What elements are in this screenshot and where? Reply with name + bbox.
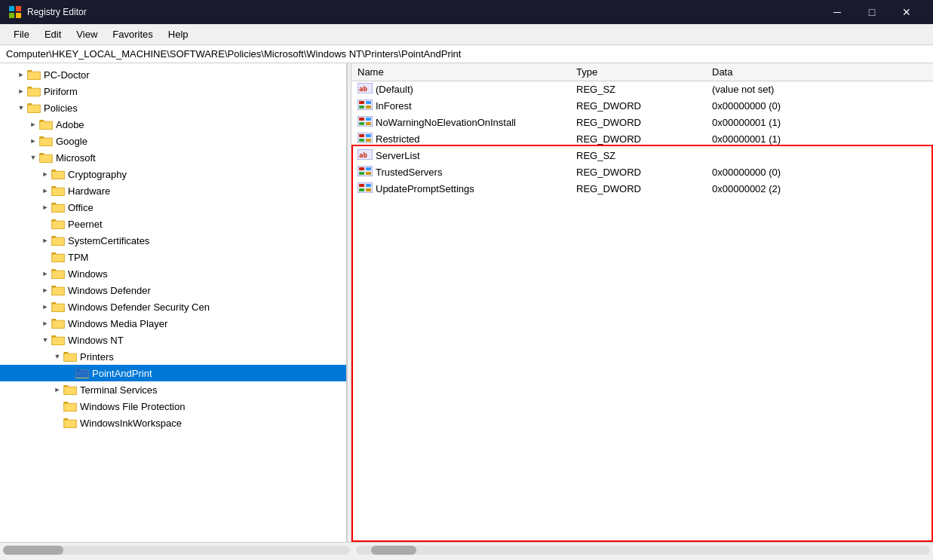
svg-rect-54	[52, 338, 64, 345]
folder-icon-hardware	[51, 185, 65, 196]
reg-name: ab (Default)	[351, 81, 570, 98]
window-title: Registry Editor	[27, 7, 87, 17]
table-row[interactable]: TrustedServersREG_DWORD0x00000000 (0)	[351, 164, 933, 181]
reg-type: REG_DWORD	[570, 131, 706, 148]
maximize-button[interactable]: □	[855, 0, 889, 24]
tree-item-cryptography[interactable]: ► Cryptography	[0, 166, 346, 182]
tree-label-terminal-services: Terminal Services	[80, 384, 158, 396]
tree-item-microsoft[interactable]: ▼ Microsoft	[0, 149, 346, 166]
tree-item-google[interactable]: ► Google	[0, 133, 346, 149]
expand-btn-windows-defender[interactable]: ►	[39, 284, 51, 296]
tree-item-terminal-services[interactable]: ► Terminal Services	[0, 381, 346, 398]
tree-item-windows-defender[interactable]: ► Windows Defender	[0, 282, 346, 298]
table-row[interactable]: InForestREG_DWORD0x00000000 (0)	[351, 98, 933, 115]
expand-btn-printers[interactable]: ▼	[51, 350, 63, 363]
tree-label-windows-nt: Windows NT	[68, 335, 124, 346]
folder-icon-windows-nt	[51, 335, 65, 345]
tree-label-pc-doctor: PC-Doctor	[44, 69, 90, 81]
tree-item-tpm[interactable]: TPM	[0, 249, 346, 265]
table-row[interactable]: NoWarningNoElevationOnInstallREG_DWORD0x…	[351, 115, 933, 131]
tree-item-windows-defender-security-cen[interactable]: ► Windows Defender Security Cen	[0, 298, 346, 315]
expand-btn-google[interactable]: ►	[27, 135, 39, 147]
close-button[interactable]: ✕	[889, 0, 924, 24]
tree-item-windowsinkworkspace[interactable]: WindowsInkWorkspace	[0, 415, 346, 431]
tree-item-hardware[interactable]: ► Hardware	[0, 182, 346, 199]
menu-favorites[interactable]: Favorites	[105, 26, 160, 43]
tree-item-systemcertificates[interactable]: ► SystemCertificates	[0, 232, 346, 249]
svg-rect-79	[366, 101, 371, 104]
reg-data: 0x00000000 (0)	[706, 164, 933, 181]
tree-label-windowsinkworkspace: WindowsInkWorkspace	[80, 418, 182, 429]
expand-btn-terminal-services[interactable]: ►	[51, 384, 63, 396]
tree-item-pointandprint[interactable]: PointAndPrint	[0, 365, 346, 381]
tree-item-policies[interactable]: ▼ Policies	[0, 99, 346, 116]
reg-type: REG_SZ	[570, 148, 706, 164]
table-row[interactable]: UpdatePromptSettingsREG_DWORD0x00000002 …	[351, 181, 933, 197]
expand-btn-windows-nt[interactable]: ▼	[39, 334, 51, 346]
tree-label-pointandprint: PointAndPrint	[92, 368, 152, 379]
menu-help[interactable]: Help	[161, 26, 196, 43]
reg-name: TrustedServers	[351, 164, 570, 181]
svg-rect-45	[52, 288, 64, 295]
expand-btn-pc-doctor[interactable]: ►	[15, 69, 27, 81]
bottom-scrollbar[interactable]	[0, 542, 933, 557]
reg-type: REG_DWORD	[570, 98, 706, 115]
reg-name: UpdatePromptSettings	[351, 181, 570, 197]
tree-label-tpm: TPM	[68, 252, 88, 263]
expand-btn-microsoft[interactable]: ▼	[27, 151, 39, 164]
reg-name-text: InForest	[376, 100, 412, 112]
tree-label-windows-file-protection: Windows File Protection	[80, 401, 185, 412]
svg-rect-42	[52, 271, 64, 279]
tree-item-peernet[interactable]: Peernet	[0, 216, 346, 232]
tree-item-windows-media-player[interactable]: ► Windows Media Player	[0, 315, 346, 332]
reg-type: REG_SZ	[570, 81, 706, 98]
expand-btn-windows-media-player[interactable]: ►	[39, 317, 51, 329]
reg-type: REG_DWORD	[570, 164, 706, 181]
svg-rect-51	[52, 321, 64, 329]
table-row[interactable]: RestrictedREG_DWORD0x00000001 (1)	[351, 131, 933, 148]
svg-rect-24	[52, 172, 64, 179]
menu-view[interactable]: View	[69, 26, 105, 43]
menu-file[interactable]: File	[6, 26, 37, 43]
tree-item-windows-nt[interactable]: ▼ Windows NT	[0, 332, 346, 348]
reg-name-text: Restricted	[376, 133, 420, 145]
svg-rect-57	[64, 354, 76, 362]
expand-btn-cryptography[interactable]: ►	[39, 168, 51, 180]
folder-icon-windows-defender-security-cen	[51, 301, 65, 312]
tree-panel[interactable]: ► PC-Doctor► Piriform▼ Policies► Adobe► …	[0, 63, 347, 542]
col-type: Type	[570, 63, 706, 81]
tree-item-piriform[interactable]: ► Piriform	[0, 83, 346, 99]
table-row[interactable]: ab ServerListREG_SZ	[351, 148, 933, 164]
expand-btn-windows[interactable]: ►	[39, 268, 51, 280]
tree-label-windows: Windows	[68, 268, 108, 280]
expand-btn-office[interactable]: ►	[39, 201, 51, 213]
tree-item-office[interactable]: ► Office	[0, 199, 346, 216]
svg-rect-108	[366, 188, 371, 191]
expand-btn-systemcertificates[interactable]: ►	[39, 234, 51, 246]
expand-btn-piriform[interactable]: ►	[15, 85, 27, 97]
reg-data: (value not set)	[706, 81, 933, 98]
tree-item-printers[interactable]: ▼ Printers	[0, 348, 346, 365]
folder-icon-adobe	[39, 119, 53, 130]
right-panel[interactable]: Name Type Data ab (Default)REG_SZ(value …	[351, 63, 933, 197]
tree-label-printers: Printers	[80, 351, 114, 363]
tree-item-pc-doctor[interactable]: ► PC-Doctor	[0, 66, 346, 83]
table-row[interactable]: ab (Default)REG_SZ(value not set)	[351, 81, 933, 98]
expand-btn-hardware[interactable]: ►	[39, 185, 51, 197]
minimize-button[interactable]: ─	[820, 0, 855, 24]
tree-item-windows[interactable]: ► Windows	[0, 265, 346, 282]
tree-label-windows-media-player: Windows Media Player	[68, 318, 167, 329]
svg-text:ab: ab	[359, 151, 367, 159]
tree-item-adobe[interactable]: ► Adobe	[0, 116, 346, 133]
expand-btn-adobe[interactable]: ►	[27, 118, 39, 130]
folder-icon-pc-doctor	[27, 69, 41, 80]
svg-rect-18	[40, 139, 52, 146]
reg-name: ab ServerList	[351, 148, 570, 164]
svg-rect-81	[366, 106, 371, 109]
menu-edit[interactable]: Edit	[37, 26, 69, 43]
folder-icon-windows-media-player	[51, 318, 65, 329]
expand-btn-windows-defender-security-cen[interactable]: ►	[39, 301, 51, 313]
reg-data: 0x00000000 (0)	[706, 98, 933, 115]
tree-item-windows-file-protection[interactable]: Windows File Protection	[0, 398, 346, 415]
expand-btn-policies[interactable]: ▼	[15, 102, 27, 114]
